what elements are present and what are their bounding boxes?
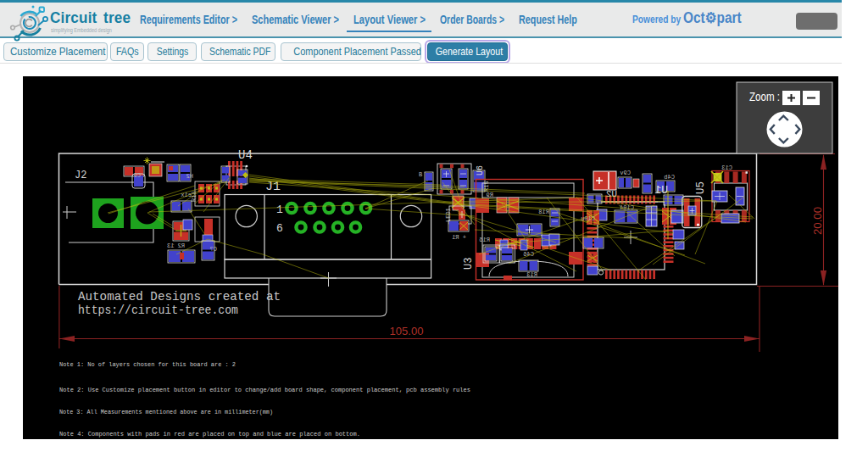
svg-text:20.00: 20.00	[811, 207, 824, 235]
svg-text:B: B	[419, 171, 422, 178]
svg-text:6: 6	[276, 222, 283, 235]
svg-text:U2: U2	[606, 189, 617, 199]
svg-text:e1x: e1x	[181, 192, 192, 198]
svg-text:U1: U1	[654, 184, 668, 197]
svg-text:R15: R15	[483, 181, 490, 192]
svg-text:Note 4: Components with pads i: Note 4: Components with pads in red are …	[59, 431, 360, 437]
svg-text:U5: U5	[695, 181, 707, 194]
svg-text:https://circuit-tree.com: https://circuit-tree.com	[78, 304, 238, 318]
svg-text:C?: C?	[210, 246, 217, 253]
svg-text:C9: C9	[134, 172, 141, 179]
svg-text:R9: R9	[487, 192, 493, 198]
svg-text:C9v: C9v	[620, 170, 631, 176]
svg-text:LED1: LED1	[445, 208, 452, 222]
svg-text:1: 1	[276, 203, 283, 216]
svg-text:C13: C13	[721, 164, 732, 171]
svg-text:U3: U3	[463, 258, 475, 270]
svg-text:+ R1: + R1	[452, 234, 466, 241]
svg-text:R16: R16	[479, 237, 490, 243]
svg-text:R13: R13	[526, 271, 537, 278]
svg-text:Automated Designs created at: Automated Designs created at	[78, 290, 281, 304]
svg-text:Note 2: Use Customize placemen: Note 2: Use Customize placement button i…	[59, 387, 470, 393]
svg-text:Note 1: No of layers chosen fo: Note 1: No of layers chosen for this boa…	[59, 361, 236, 368]
svg-text:U6: U6	[476, 165, 485, 176]
svg-text:J2: J2	[75, 170, 86, 181]
svg-text:H2: H2	[186, 173, 193, 180]
svg-text:U4: U4	[238, 148, 253, 162]
svg-text:C4b: C4b	[664, 174, 675, 181]
svg-text:105.00: 105.00	[390, 325, 424, 337]
svg-text:Note 3: All Measurements menti: Note 3: All Measurements mentioned above…	[59, 409, 273, 415]
svg-text:Zoom :: Zoom :	[749, 90, 780, 103]
svg-text:R2 13: R2 13	[167, 242, 185, 249]
